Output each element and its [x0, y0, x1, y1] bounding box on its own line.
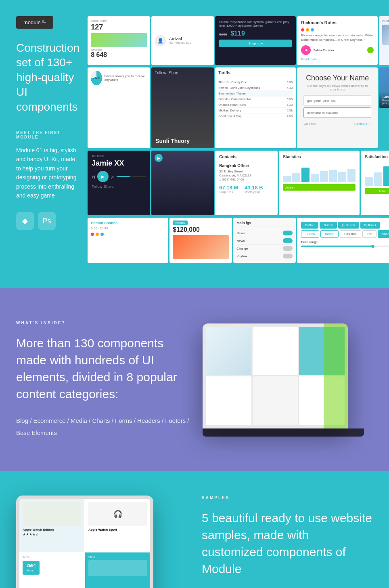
bar-3: [301, 168, 310, 182]
samples-right: SAMPLES 5 beautiful ready to use website…: [178, 496, 373, 588]
tablet-content-4: Shop: [85, 552, 150, 580]
sat-bar-3: [383, 166, 389, 186]
demo-btn-4[interactable]: Button ▾: [360, 222, 380, 229]
landscape-card: Aussie Views by Julieanne Kost Even if y…: [379, 67, 389, 108]
stats-label-bar: Active ↑: [283, 184, 356, 191]
tablet-screen: Apple Watch Edition ★★★★☆ 🎧 Apple Watch …: [19, 499, 150, 588]
laptop-cell-5: [253, 376, 298, 425]
demo-btn-5[interactable]: Button: [301, 230, 319, 238]
demo-btn-3[interactable]: ▷ Button: [338, 222, 359, 229]
hero-title: Construction set of 130+ high-quality UI…: [16, 41, 79, 114]
follow-btn[interactable]: Follow: [92, 185, 102, 189]
stats-bottom-label: Revenue: [91, 48, 147, 51]
prev-btn[interactable]: ◁: [92, 174, 95, 179]
progress-track: [117, 176, 146, 177]
bangkok-stat2-val: 43.18 B: [245, 185, 263, 191]
toggle-3[interactable]: [283, 246, 293, 251]
mobile-item-3-label: Change: [236, 247, 248, 250]
whats-inside-right: [194, 323, 373, 437]
tablet-shop-img: [88, 560, 147, 576]
ps-new-price: $119: [230, 30, 245, 37]
read-more-link[interactable]: Read more →: [301, 57, 374, 61]
laptop-cell-1-bg: [206, 327, 251, 376]
laptop-mockup: [203, 323, 348, 428]
edmon-card: Edmon Sounds → 0:00 · 10:45: [88, 218, 168, 263]
sunli-controls: Follow Share: [155, 71, 180, 75]
demo-btn-8[interactable]: Edit: [362, 230, 377, 238]
dot-row: [301, 28, 374, 32]
product-card: Window $120,000: [169, 218, 232, 263]
choose-continue-btn[interactable]: Continue →: [354, 122, 371, 126]
sketch-icon: ◆: [16, 212, 34, 230]
landscape-title: Aussie Views by Julieanne Kost: [382, 95, 389, 99]
toggle-1[interactable]: [283, 231, 293, 235]
tariff-row-7: Good Boy of Pop4.99: [218, 113, 293, 119]
tablet-content-1: Apple Watch Edition ★★★★☆: [19, 499, 84, 540]
share-btn[interactable]: Share: [104, 185, 113, 189]
ps-shop-btn[interactable]: Shop now: [219, 40, 292, 47]
tablet-cell-4: Shop: [85, 552, 150, 588]
tariff-row-2: New to - John John Seychelles4.43: [218, 85, 293, 91]
tariffs-title: Tariffs: [218, 71, 293, 77]
price-range-label: Price range Canvas: [301, 240, 389, 244]
sunli-overlay: Sunli Theory: [155, 138, 190, 144]
sunli-follow[interactable]: Follow: [155, 71, 166, 75]
demo-btn-1[interactable]: Button: [301, 222, 318, 229]
california-card: California: [379, 16, 389, 65]
toggle-4[interactable]: [283, 254, 293, 258]
sunli-share[interactable]: Share: [169, 71, 180, 75]
bangkok-stat1-val: 67.18 M: [219, 185, 238, 191]
avatar-dot-1: [91, 233, 94, 236]
mobile-item-2: News: [236, 237, 293, 245]
stats-title-label: Statistics: [283, 155, 301, 159]
tablet-label-3: Items: [23, 556, 81, 559]
choose-name-title: Choose Your Name: [303, 74, 371, 82]
next-btn[interactable]: ▷: [111, 174, 114, 179]
demo-btn-6[interactable]: Button: [320, 230, 339, 238]
mobile-item-1: News: [236, 229, 293, 237]
landscape-overlay: Aussie Views by Julieanne Kost Even if y…: [379, 92, 389, 108]
samples-left: Apple Watch Edition ★★★★☆ 🎧 Apple Watch …: [16, 496, 178, 588]
choose-back-btn[interactable]: Go back: [303, 122, 316, 126]
jamie-card: Top Music Jamie XX ◁ ▶ ▷ Follow Share: [88, 151, 150, 215]
tablet-content-2: 🎧 Apple Watch Sport: [85, 499, 150, 535]
bar-5: [320, 171, 328, 182]
rickman-text: Rickman keeps his views as a certain smi…: [301, 33, 374, 42]
bangkok-title: Bangkok Office: [219, 164, 274, 168]
tablet-shop-label: Shop: [88, 556, 147, 559]
dot-orange: [306, 28, 309, 32]
tablet-cell-3: Items 2564Items: [19, 552, 84, 588]
bar-1: [283, 176, 291, 182]
jamie-actions: Follow Share: [92, 185, 146, 189]
samples-label: SAMPLES: [202, 496, 373, 500]
demo-btn-9[interactable]: Shop now ▷: [378, 230, 389, 238]
tablet-img-1: [23, 502, 81, 526]
price-handle[interactable]: [371, 245, 374, 248]
price-form: Price range Canvas: [301, 240, 389, 247]
mobile-item-4-label: Keybox: [236, 254, 247, 258]
tariff-row-5: Orlande-Heart-Hurts6.10: [218, 102, 293, 108]
sat-bar-2: [374, 172, 382, 186]
mobile-card: Main igs News News Change: [233, 218, 296, 263]
demo-btn-2[interactable]: Button: [320, 222, 337, 229]
ps-prices: $139 $119: [219, 30, 292, 37]
screenshot-row-2: 75% Bitcoin allows you to receive anywhe…: [88, 67, 389, 148]
bitcoin-donut: 75%: [91, 71, 102, 85]
edmon-time: 0:00 · 10:45: [91, 227, 165, 230]
bitcoin-label: Bitcoin allows you to receive anywhere: [105, 74, 147, 82]
tariff-row-6: MidEast Delivery5.58: [218, 108, 293, 113]
toggle-2[interactable]: [283, 238, 293, 243]
avatar-row: SP Sylvia Pantera: [301, 45, 374, 55]
format-icons: ◆ Ps: [16, 212, 79, 230]
avatar: SP: [301, 45, 311, 55]
bitcoin-header: 75% Bitcoin allows you to receive anywhe…: [91, 71, 147, 85]
progress-fill: [117, 176, 130, 177]
avatar-dot-2: [96, 233, 99, 236]
demo-btn-7[interactable]: □ Button: [340, 230, 361, 238]
arrived-label: Arrived: [169, 37, 191, 41]
play-btn[interactable]: ▶: [97, 171, 109, 182]
choose-name-input1[interactable]: [303, 95, 371, 106]
choose-name-input2[interactable]: [303, 107, 371, 118]
bangkok-addr3: 1 (617) 441-5460: [219, 178, 274, 181]
avatar-name: Sylvia Pantera: [313, 48, 334, 52]
